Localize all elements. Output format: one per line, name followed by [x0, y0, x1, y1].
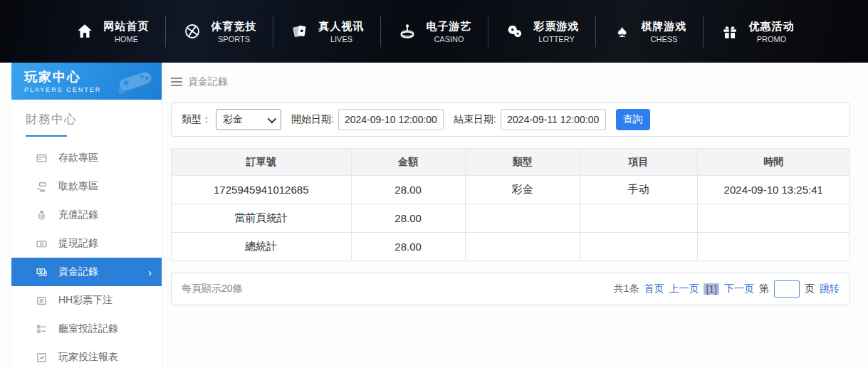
newspaper-icon — [36, 295, 48, 307]
nav-item-lottery[interactable]: 彩票游戏LOTTERY — [488, 16, 596, 47]
nav-item-promo[interactable]: 优惠活动PROMO — [704, 16, 810, 47]
home-icon — [74, 21, 95, 42]
nav-label: 网站首页 — [104, 20, 150, 33]
chevron-down-icon — [268, 114, 277, 123]
sidebar-item-label: 充值記錄 — [58, 209, 98, 221]
jump-suffix-text: 页 — [805, 283, 815, 295]
funds-table-wrap: 訂單號 金額 類型 項目 時間 1725945941012685 28.00 彩… — [171, 148, 850, 261]
total-count-text: 共1条 — [614, 283, 639, 295]
sidebar-menu: 存款專區 取款專區 充值記錄 提現記錄 資金記錄 › HH彩票下注 — [11, 144, 162, 368]
nav-sublabel: SPORTS — [211, 35, 257, 43]
end-date-label: 結束日期: — [454, 113, 496, 126]
cell-empty — [697, 204, 849, 233]
nav-item-home[interactable]: 网站首页HOME — [58, 16, 166, 47]
filter-bar: 類型： 彩金 開始日期: 結束日期: 查詢 — [171, 102, 850, 137]
type-select-value: 彩金 — [223, 113, 243, 126]
withdraw-hand-icon — [36, 181, 48, 193]
sidebar-item-label: 玩家投注報表 — [58, 351, 118, 364]
cell-empty — [465, 233, 580, 261]
sidebar-item-deposit[interactable]: 存款專區 — [11, 144, 162, 172]
table-row-page-total: 當前頁統計 28.00 — [172, 204, 850, 233]
money-bag-icon — [36, 209, 48, 221]
sidebar-item-label: 取款專區 — [58, 180, 98, 193]
nav-sublabel: LIVES — [319, 35, 365, 43]
first-page-link[interactable]: 首页 — [644, 283, 664, 295]
funds-table: 訂單號 金額 類型 項目 時間 1725945941012685 28.00 彩… — [171, 148, 850, 261]
banknote-icon — [36, 238, 48, 250]
prev-page-link[interactable]: 上一页 — [669, 283, 699, 295]
nav-label: 电子游艺 — [427, 20, 472, 33]
end-date-input[interactable] — [501, 109, 606, 130]
next-page-link[interactable]: 下一页 — [724, 283, 754, 295]
cell-type: 彩金 — [465, 176, 580, 204]
spade-icon: ♠ — [612, 21, 633, 42]
search-button[interactable]: 查詢 — [616, 109, 650, 130]
lottery-balls-icon — [504, 21, 525, 42]
type-label: 類型： — [182, 113, 211, 126]
main-content: 資金記錄 類型： 彩金 開始日期: 結束日期: 查詢 訂單號 金額 類型 — [171, 63, 850, 305]
nav-label: 体育竞技 — [211, 20, 257, 33]
sidebar-item-cashout-record[interactable]: 提現記錄 — [11, 229, 162, 258]
current-page-indicator[interactable]: [1] — [704, 283, 719, 295]
nav-sublabel: CASINO — [427, 35, 472, 43]
page-size-text: 每頁顯示20條 — [182, 283, 243, 295]
start-date-input[interactable] — [338, 109, 444, 130]
nav-item-lives[interactable]: 真人视讯LIVES — [273, 16, 381, 47]
sidebar-item-room-bet-record[interactable]: 廳室投註記錄 — [11, 315, 162, 343]
col-amount: 金額 — [351, 149, 465, 176]
nav-sublabel: HOME — [104, 35, 150, 43]
type-select[interactable]: 彩金 — [216, 109, 281, 130]
sidebar-item-label: 存款專區 — [58, 152, 98, 164]
sidebar-item-label: 提現記錄 — [58, 237, 98, 250]
table-row: 1725945941012685 28.00 彩金 手动 2024-09-10 … — [172, 176, 850, 204]
cell-item: 手动 — [580, 176, 697, 204]
sidebar-item-funds-record[interactable]: 資金記錄 › — [11, 258, 162, 286]
nav-label: 真人视讯 — [319, 20, 365, 33]
sidebar-item-recharge-record[interactable]: 充值記錄 — [11, 201, 162, 229]
sidebar-item-hh-lottery-bets[interactable]: HH彩票下注 — [11, 286, 162, 315]
nav-sublabel: PROMO — [749, 35, 795, 43]
nav-item-sports[interactable]: 体育竞技SPORTS — [166, 16, 273, 47]
nav-label: 棋牌游戏 — [642, 20, 687, 33]
nav-item-casino[interactable]: 电子游艺CASINO — [381, 16, 488, 47]
table-row-grand-total: 總統計 28.00 — [172, 233, 850, 261]
gamepad-icon — [115, 67, 156, 98]
top-navigation: 网站首页HOME 体育竞技SPORTS 真人视讯LIVES 电子游艺CASINO… — [0, 0, 868, 63]
breadcrumb: 資金記錄 — [171, 74, 850, 90]
cell-amount: 28.00 — [351, 233, 465, 261]
sidebar-section: 財務中心 — [11, 100, 162, 137]
deposit-card-icon — [36, 152, 48, 164]
page-title: 資金記錄 — [188, 75, 228, 88]
basketball-icon — [182, 21, 203, 42]
cell-order-no: 1725945941012685 — [172, 176, 352, 204]
cell-empty — [465, 204, 580, 233]
nav-label: 优惠活动 — [749, 20, 795, 33]
sidebar-item-label: 廳室投註記錄 — [58, 322, 118, 335]
col-time: 時間 — [697, 149, 849, 176]
page-jump-input[interactable] — [774, 280, 800, 298]
sidebar-item-label: HH彩票下注 — [58, 294, 113, 307]
jump-go-link[interactable]: 跳转 — [820, 283, 840, 295]
hamburger-icon — [171, 78, 182, 86]
sidebar-item-player-bet-report[interactable]: 玩家投注報表 — [11, 343, 162, 368]
cards-icon — [289, 21, 310, 42]
jump-prefix-text: 第 — [759, 283, 769, 295]
nav-sublabel: LOTTERY — [534, 35, 580, 43]
cell-empty — [580, 204, 697, 233]
sidebar-header: 玩家中心 PLAYERS CENTER — [11, 63, 162, 100]
cell-amount: 28.00 — [351, 204, 465, 233]
cell-time: 2024-09-10 13:25:41 — [697, 176, 849, 204]
finance-center-title: 財務中心 — [26, 111, 147, 127]
sidebar: 玩家中心 PLAYERS CENTER 財務中心 存款專區 取款專區 充值記錄 — [11, 63, 162, 368]
funds-icon — [36, 266, 48, 278]
table-header-row: 訂單號 金額 類型 項目 時間 — [172, 149, 850, 176]
cell-label: 當前頁統計 — [172, 204, 352, 233]
checklist-icon — [36, 323, 48, 335]
cell-amount: 28.00 — [351, 176, 465, 204]
start-date-label: 開始日期: — [291, 113, 334, 126]
cell-empty — [697, 233, 849, 261]
nav-item-chess[interactable]: ♠ 棋牌游戏CHESS — [596, 16, 704, 47]
nav-label: 彩票游戏 — [534, 20, 580, 33]
sidebar-item-withdraw[interactable]: 取款專區 — [11, 172, 162, 201]
cell-label: 總統計 — [172, 233, 352, 261]
